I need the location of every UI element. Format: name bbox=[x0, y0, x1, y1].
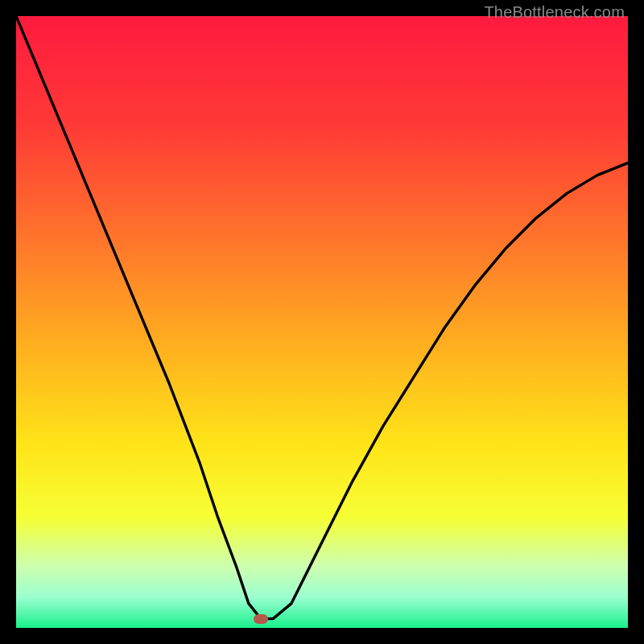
watermark-text: TheBottleneck.com bbox=[484, 3, 625, 22]
optimal-point-marker bbox=[254, 614, 268, 624]
plot-area bbox=[16, 16, 628, 628]
bottleneck-curve bbox=[16, 16, 628, 628]
